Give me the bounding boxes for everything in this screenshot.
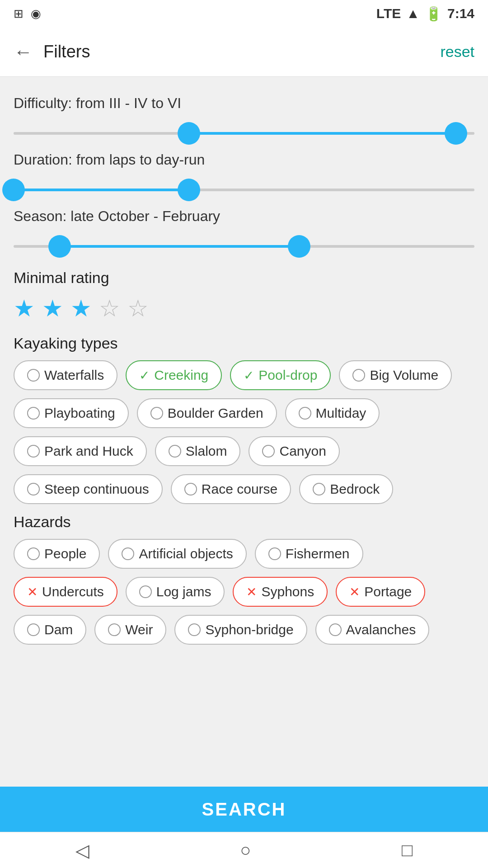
- chip-label-syphon-bridge: Syphon-bridge: [205, 622, 293, 637]
- duration-fill: [14, 189, 189, 191]
- season-thumb-right[interactable]: [288, 235, 310, 258]
- stars-row: ★ ★ ★ ☆ ☆: [14, 295, 474, 322]
- duration-thumb-left[interactable]: [2, 179, 25, 201]
- chip-label-undercuts: Undercuts: [42, 584, 104, 599]
- season-track: [14, 245, 474, 248]
- season-slider[interactable]: [14, 233, 474, 260]
- chip-check-pool-drop: ✓: [244, 368, 254, 383]
- chip-check-creeking: ✓: [139, 368, 150, 383]
- chip-waterfalls[interactable]: Waterfalls: [14, 360, 117, 390]
- chip-label-waterfalls: Waterfalls: [44, 368, 104, 383]
- star-4[interactable]: ☆: [99, 295, 120, 322]
- reset-button[interactable]: reset: [440, 43, 474, 61]
- chip-pool-drop[interactable]: ✓ Pool-drop: [230, 360, 331, 390]
- chip-avalanches[interactable]: Avalanches: [315, 615, 430, 645]
- status-bar-right: LTE ▲ 🔋 7:14: [376, 6, 474, 22]
- chip-syphon-bridge[interactable]: Syphon-bridge: [174, 615, 307, 645]
- chip-label-slalom: Slalom: [186, 443, 227, 459]
- chip-dam[interactable]: Dam: [14, 615, 86, 645]
- chip-undercuts[interactable]: ✕ Undercuts: [14, 577, 117, 607]
- season-label: Season: late October - February: [14, 208, 474, 225]
- chip-radio-bedrock: [313, 483, 325, 495]
- chip-label-artificial-objects: Artificial objects: [139, 546, 233, 561]
- chip-x-syphons: ✕: [246, 585, 257, 599]
- star-3[interactable]: ★: [70, 295, 92, 322]
- star-2[interactable]: ★: [42, 295, 63, 322]
- difficulty-track: [14, 132, 474, 135]
- chip-label-creeking: Creeking: [154, 368, 208, 383]
- time-label: 7:14: [447, 6, 474, 21]
- grid-icon: ⊞: [14, 7, 23, 21]
- chip-log-jams[interactable]: Log jams: [126, 577, 225, 607]
- chip-label-people: People: [44, 546, 86, 561]
- chip-canyon[interactable]: Canyon: [249, 436, 339, 466]
- nav-bar: ◁ ○ □: [0, 832, 488, 868]
- chip-label-portage: Portage: [364, 584, 412, 599]
- chip-radio-playboating: [27, 407, 40, 420]
- chip-weir[interactable]: Weir: [94, 615, 166, 645]
- season-thumb-left[interactable]: [48, 235, 71, 258]
- search-button[interactable]: SEARCH: [0, 787, 488, 832]
- star-5[interactable]: ☆: [127, 295, 149, 322]
- chip-artificial-objects[interactable]: Artificial objects: [108, 539, 246, 569]
- duration-slider[interactable]: [14, 176, 474, 203]
- chip-radio-steep-continuous: [27, 483, 40, 495]
- chip-multiday[interactable]: Multiday: [285, 398, 380, 428]
- chip-radio-multiday: [299, 407, 311, 420]
- chip-label-pool-drop: Pool-drop: [258, 368, 317, 383]
- star-1[interactable]: ★: [14, 295, 35, 322]
- nav-home-icon[interactable]: ○: [240, 840, 251, 860]
- chip-syphons[interactable]: ✕ Syphons: [233, 577, 328, 607]
- chip-radio-people: [27, 547, 40, 560]
- chip-race-course[interactable]: Race course: [171, 474, 291, 504]
- chip-radio-big-volume: [352, 369, 365, 382]
- chip-bedrock[interactable]: Bedrock: [299, 474, 393, 504]
- chip-radio-weir: [108, 623, 121, 636]
- nav-recents-icon[interactable]: □: [402, 840, 413, 860]
- chip-label-dam: Dam: [44, 622, 73, 637]
- chip-label-log-jams: Log jams: [156, 584, 211, 599]
- duration-thumb-right[interactable]: [178, 179, 200, 201]
- minimal-rating-title: Minimal rating: [14, 269, 474, 287]
- difficulty-thumb-left[interactable]: [178, 122, 200, 145]
- chip-portage[interactable]: ✕ Portage: [336, 577, 425, 607]
- chip-creeking[interactable]: ✓ Creeking: [126, 360, 222, 390]
- back-button[interactable]: ←: [14, 41, 33, 63]
- chip-label-race-course: Race course: [202, 481, 277, 497]
- chip-x-portage: ✕: [349, 585, 360, 599]
- chip-radio-log-jams: [139, 585, 152, 598]
- chip-slalom[interactable]: Slalom: [155, 436, 241, 466]
- duration-label: Duration: from laps to day-run: [14, 151, 474, 168]
- chip-label-steep-continuous: Steep continuous: [44, 481, 149, 497]
- chip-boulder-garden[interactable]: Boulder Garden: [137, 398, 277, 428]
- difficulty-thumb-right[interactable]: [445, 122, 467, 145]
- signal-icon: ▲: [406, 6, 420, 21]
- chip-radio-fishermen: [268, 547, 281, 560]
- chip-label-bedrock: Bedrock: [330, 481, 380, 497]
- chip-x-undercuts: ✕: [27, 585, 38, 599]
- chip-radio-waterfalls: [27, 369, 40, 382]
- chip-label-syphons: Syphons: [261, 584, 314, 599]
- chip-big-volume[interactable]: Big Volume: [339, 360, 452, 390]
- battery-icon: 🔋: [425, 6, 442, 22]
- chip-park-and-huck[interactable]: Park and Huck: [14, 436, 147, 466]
- hazards-chips-row: People Artificial objects Fishermen ✕ Un…: [14, 539, 474, 645]
- season-fill: [60, 245, 299, 248]
- chip-label-canyon: Canyon: [279, 443, 326, 459]
- chip-radio-slalom: [169, 445, 181, 458]
- chip-radio-dam: [27, 623, 40, 636]
- chip-steep-continuous[interactable]: Steep continuous: [14, 474, 163, 504]
- chip-label-weir: Weir: [125, 622, 153, 637]
- chip-radio-avalanches: [329, 623, 342, 636]
- chip-playboating[interactable]: Playboating: [14, 398, 129, 428]
- nav-back-icon[interactable]: ◁: [75, 840, 89, 861]
- chip-people[interactable]: People: [14, 539, 100, 569]
- android-icon: ◉: [31, 7, 41, 21]
- chip-fishermen[interactable]: Fishermen: [255, 539, 363, 569]
- chip-radio-artificial-objects: [122, 547, 134, 560]
- chip-label-avalanches: Avalanches: [346, 622, 416, 637]
- status-bar-left: ⊞ ◉: [14, 7, 41, 21]
- chip-radio-syphon-bridge: [188, 623, 201, 636]
- difficulty-slider[interactable]: [14, 120, 474, 147]
- difficulty-label: Difficulty: from III - IV to VI: [14, 95, 474, 112]
